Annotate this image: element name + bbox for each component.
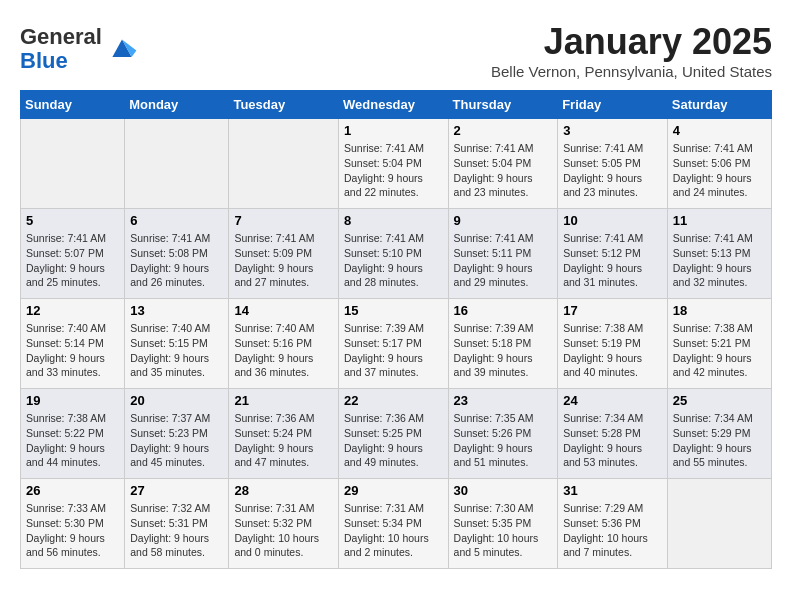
calendar-cell xyxy=(229,119,339,209)
calendar-cell: 4Sunrise: 7:41 AM Sunset: 5:06 PM Daylig… xyxy=(667,119,771,209)
cell-content: Sunrise: 7:38 AM Sunset: 5:22 PM Dayligh… xyxy=(26,411,119,470)
cell-content: Sunrise: 7:40 AM Sunset: 5:15 PM Dayligh… xyxy=(130,321,223,380)
day-number: 31 xyxy=(563,483,662,498)
cell-content: Sunrise: 7:29 AM Sunset: 5:36 PM Dayligh… xyxy=(563,501,662,560)
title-block: January 2025 Belle Vernon, Pennsylvania,… xyxy=(491,20,772,80)
cell-content: Sunrise: 7:37 AM Sunset: 5:23 PM Dayligh… xyxy=(130,411,223,470)
calendar-cell: 9Sunrise: 7:41 AM Sunset: 5:11 PM Daylig… xyxy=(448,209,558,299)
cell-content: Sunrise: 7:41 AM Sunset: 5:05 PM Dayligh… xyxy=(563,141,662,200)
day-number: 29 xyxy=(344,483,443,498)
calendar-cell: 17Sunrise: 7:38 AM Sunset: 5:19 PM Dayli… xyxy=(558,299,668,389)
cell-content: Sunrise: 7:41 AM Sunset: 5:06 PM Dayligh… xyxy=(673,141,766,200)
cell-content: Sunrise: 7:35 AM Sunset: 5:26 PM Dayligh… xyxy=(454,411,553,470)
day-number: 19 xyxy=(26,393,119,408)
calendar-cell: 6Sunrise: 7:41 AM Sunset: 5:08 PM Daylig… xyxy=(125,209,229,299)
day-number: 5 xyxy=(26,213,119,228)
day-number: 4 xyxy=(673,123,766,138)
cell-content: Sunrise: 7:38 AM Sunset: 5:21 PM Dayligh… xyxy=(673,321,766,380)
cell-content: Sunrise: 7:31 AM Sunset: 5:32 PM Dayligh… xyxy=(234,501,333,560)
calendar-cell: 28Sunrise: 7:31 AM Sunset: 5:32 PM Dayli… xyxy=(229,479,339,569)
day-number: 11 xyxy=(673,213,766,228)
location: Belle Vernon, Pennsylvania, United State… xyxy=(491,63,772,80)
cell-content: Sunrise: 7:36 AM Sunset: 5:24 PM Dayligh… xyxy=(234,411,333,470)
cell-content: Sunrise: 7:41 AM Sunset: 5:04 PM Dayligh… xyxy=(344,141,443,200)
calendar-cell: 25Sunrise: 7:34 AM Sunset: 5:29 PM Dayli… xyxy=(667,389,771,479)
cell-content: Sunrise: 7:41 AM Sunset: 5:08 PM Dayligh… xyxy=(130,231,223,290)
day-number: 30 xyxy=(454,483,553,498)
day-number: 27 xyxy=(130,483,223,498)
calendar-cell: 30Sunrise: 7:30 AM Sunset: 5:35 PM Dayli… xyxy=(448,479,558,569)
calendar-cell: 26Sunrise: 7:33 AM Sunset: 5:30 PM Dayli… xyxy=(21,479,125,569)
weekday-header: Saturday xyxy=(667,91,771,119)
logo-blue: Blue xyxy=(20,48,68,73)
calendar-cell: 19Sunrise: 7:38 AM Sunset: 5:22 PM Dayli… xyxy=(21,389,125,479)
calendar-week-row: 12Sunrise: 7:40 AM Sunset: 5:14 PM Dayli… xyxy=(21,299,772,389)
calendar-cell: 12Sunrise: 7:40 AM Sunset: 5:14 PM Dayli… xyxy=(21,299,125,389)
cell-content: Sunrise: 7:41 AM Sunset: 5:11 PM Dayligh… xyxy=(454,231,553,290)
calendar-cell xyxy=(667,479,771,569)
day-number: 3 xyxy=(563,123,662,138)
day-number: 23 xyxy=(454,393,553,408)
weekday-header: Wednesday xyxy=(339,91,449,119)
day-number: 10 xyxy=(563,213,662,228)
day-number: 6 xyxy=(130,213,223,228)
calendar-cell: 1Sunrise: 7:41 AM Sunset: 5:04 PM Daylig… xyxy=(339,119,449,209)
calendar-cell: 10Sunrise: 7:41 AM Sunset: 5:12 PM Dayli… xyxy=(558,209,668,299)
day-number: 1 xyxy=(344,123,443,138)
cell-content: Sunrise: 7:33 AM Sunset: 5:30 PM Dayligh… xyxy=(26,501,119,560)
calendar-cell: 22Sunrise: 7:36 AM Sunset: 5:25 PM Dayli… xyxy=(339,389,449,479)
day-number: 16 xyxy=(454,303,553,318)
day-number: 26 xyxy=(26,483,119,498)
calendar-cell: 5Sunrise: 7:41 AM Sunset: 5:07 PM Daylig… xyxy=(21,209,125,299)
calendar-cell: 24Sunrise: 7:34 AM Sunset: 5:28 PM Dayli… xyxy=(558,389,668,479)
day-number: 28 xyxy=(234,483,333,498)
calendar-cell: 18Sunrise: 7:38 AM Sunset: 5:21 PM Dayli… xyxy=(667,299,771,389)
cell-content: Sunrise: 7:40 AM Sunset: 5:16 PM Dayligh… xyxy=(234,321,333,380)
calendar-cell: 23Sunrise: 7:35 AM Sunset: 5:26 PM Dayli… xyxy=(448,389,558,479)
cell-content: Sunrise: 7:40 AM Sunset: 5:14 PM Dayligh… xyxy=(26,321,119,380)
calendar-cell: 15Sunrise: 7:39 AM Sunset: 5:17 PM Dayli… xyxy=(339,299,449,389)
cell-content: Sunrise: 7:39 AM Sunset: 5:18 PM Dayligh… xyxy=(454,321,553,380)
calendar-cell: 2Sunrise: 7:41 AM Sunset: 5:04 PM Daylig… xyxy=(448,119,558,209)
calendar-week-row: 5Sunrise: 7:41 AM Sunset: 5:07 PM Daylig… xyxy=(21,209,772,299)
day-number: 17 xyxy=(563,303,662,318)
calendar-cell xyxy=(21,119,125,209)
calendar-week-row: 1Sunrise: 7:41 AM Sunset: 5:04 PM Daylig… xyxy=(21,119,772,209)
day-number: 7 xyxy=(234,213,333,228)
calendar-cell: 21Sunrise: 7:36 AM Sunset: 5:24 PM Dayli… xyxy=(229,389,339,479)
calendar-cell: 8Sunrise: 7:41 AM Sunset: 5:10 PM Daylig… xyxy=(339,209,449,299)
calendar-cell: 20Sunrise: 7:37 AM Sunset: 5:23 PM Dayli… xyxy=(125,389,229,479)
weekday-header: Tuesday xyxy=(229,91,339,119)
day-number: 14 xyxy=(234,303,333,318)
calendar-cell: 13Sunrise: 7:40 AM Sunset: 5:15 PM Dayli… xyxy=(125,299,229,389)
weekday-header: Monday xyxy=(125,91,229,119)
logo-icon xyxy=(106,33,138,65)
day-number: 15 xyxy=(344,303,443,318)
logo-general: General xyxy=(20,24,102,49)
day-number: 25 xyxy=(673,393,766,408)
weekday-header: Thursday xyxy=(448,91,558,119)
cell-content: Sunrise: 7:31 AM Sunset: 5:34 PM Dayligh… xyxy=(344,501,443,560)
day-number: 24 xyxy=(563,393,662,408)
day-number: 2 xyxy=(454,123,553,138)
cell-content: Sunrise: 7:36 AM Sunset: 5:25 PM Dayligh… xyxy=(344,411,443,470)
cell-content: Sunrise: 7:32 AM Sunset: 5:31 PM Dayligh… xyxy=(130,501,223,560)
day-number: 9 xyxy=(454,213,553,228)
day-number: 22 xyxy=(344,393,443,408)
calendar-cell: 31Sunrise: 7:29 AM Sunset: 5:36 PM Dayli… xyxy=(558,479,668,569)
cell-content: Sunrise: 7:30 AM Sunset: 5:35 PM Dayligh… xyxy=(454,501,553,560)
cell-content: Sunrise: 7:34 AM Sunset: 5:28 PM Dayligh… xyxy=(563,411,662,470)
calendar-cell: 7Sunrise: 7:41 AM Sunset: 5:09 PM Daylig… xyxy=(229,209,339,299)
cell-content: Sunrise: 7:39 AM Sunset: 5:17 PM Dayligh… xyxy=(344,321,443,380)
month-title: January 2025 xyxy=(491,20,772,63)
cell-content: Sunrise: 7:41 AM Sunset: 5:07 PM Dayligh… xyxy=(26,231,119,290)
calendar-cell: 27Sunrise: 7:32 AM Sunset: 5:31 PM Dayli… xyxy=(125,479,229,569)
calendar-cell: 14Sunrise: 7:40 AM Sunset: 5:16 PM Dayli… xyxy=(229,299,339,389)
calendar-table: SundayMondayTuesdayWednesdayThursdayFrid… xyxy=(20,90,772,569)
calendar-cell xyxy=(125,119,229,209)
day-number: 21 xyxy=(234,393,333,408)
day-number: 20 xyxy=(130,393,223,408)
cell-content: Sunrise: 7:41 AM Sunset: 5:04 PM Dayligh… xyxy=(454,141,553,200)
calendar-cell: 29Sunrise: 7:31 AM Sunset: 5:34 PM Dayli… xyxy=(339,479,449,569)
day-number: 18 xyxy=(673,303,766,318)
